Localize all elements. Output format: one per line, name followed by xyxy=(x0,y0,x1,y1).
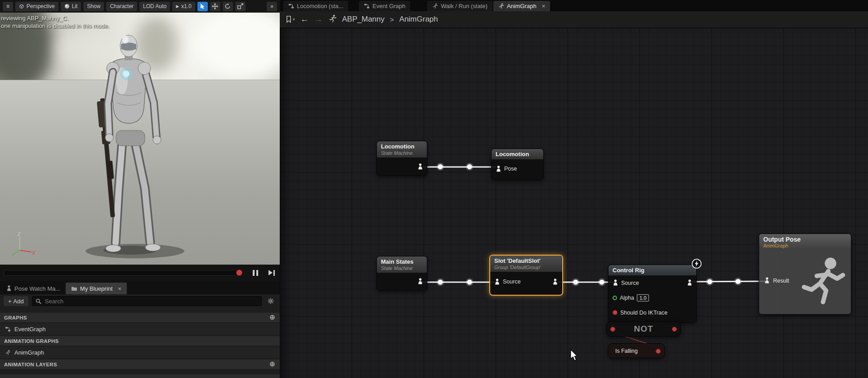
pin-label-iktrace: Should Do IKTrace xyxy=(620,310,667,316)
transport-bar xyxy=(0,265,280,281)
toolbar-overflow-button[interactable]: » xyxy=(267,2,277,11)
overlay-line-2: one manipulation is disabled in this mod… xyxy=(1,22,109,30)
add-layer-icon[interactable]: ⊕ xyxy=(269,360,275,368)
search-input[interactable] xyxy=(44,297,258,305)
show-button[interactable]: Show xyxy=(83,2,104,11)
node-title: Control Rig xyxy=(613,267,692,274)
search-box xyxy=(32,296,262,306)
alpha-value-input[interactable]: 1.0 xyxy=(637,294,649,302)
tab-locomotion-state[interactable]: Locomotion (sta... xyxy=(283,1,348,11)
gizmo-x-label: X xyxy=(32,250,36,256)
anim-graph-icon xyxy=(5,350,11,356)
caret-down-icon: ▾ xyxy=(293,17,295,22)
sidebar-item-eventgraph[interactable]: EventGraph xyxy=(0,324,280,335)
not-output-pin[interactable] xyxy=(672,327,677,332)
pose-pin-icon[interactable] xyxy=(687,279,693,286)
iktrace-pin[interactable] xyxy=(613,310,617,315)
pose-pin-icon[interactable] xyxy=(496,166,501,172)
breadcrumb-current[interactable]: AnimGraph xyxy=(399,15,438,24)
lightning-icon xyxy=(694,261,699,267)
nav-forward-button[interactable]: → xyxy=(314,14,323,24)
rotate-icon xyxy=(224,3,231,9)
pose-pin-icon[interactable] xyxy=(417,163,423,170)
my-blueprint-toolbar: + Add xyxy=(0,294,280,308)
node-slot-defaultslot[interactable]: Slot 'DefaultSlot' Group 'DefaultGroup' … xyxy=(489,255,563,296)
section-animation-graphs[interactable]: ANIMATION GRAPHS xyxy=(0,336,280,346)
graph-canvas[interactable]: Locomotion State Machine Locomotion Pose xyxy=(280,28,868,378)
lit-sphere-icon xyxy=(64,4,70,9)
node-subtitle: State Machine xyxy=(381,150,423,156)
rotate-tool-button[interactable] xyxy=(223,2,233,11)
pose-pin-icon[interactable] xyxy=(764,277,770,284)
state-icon xyxy=(432,3,438,9)
preview-viewport[interactable]: reviewing ABP_Manny_C. one manipulation … xyxy=(0,13,280,265)
breadcrumb-bar: ▾ ← → ABP_Manny > AnimGraph xyxy=(280,11,868,28)
pose-pin-icon[interactable] xyxy=(494,279,500,285)
move-tool-button[interactable] xyxy=(210,2,220,11)
alpha-pin[interactable] xyxy=(613,296,617,300)
node-title: Output Pose xyxy=(763,236,847,243)
close-icon[interactable]: × xyxy=(542,3,546,9)
graph-document-tabs: Locomotion (sta... Event Graph Walk / Ru… xyxy=(280,0,868,11)
add-graph-icon[interactable]: ⊕ xyxy=(269,313,275,321)
pin-label-source: Source xyxy=(621,280,639,286)
left-panel: ≡ Perspective Lit Show Character LOD Aut… xyxy=(0,0,280,378)
node-output-pose[interactable]: Output Pose AnimGraph Result xyxy=(759,234,851,315)
node-title: NOT xyxy=(634,324,653,334)
timeline-scrub-track[interactable] xyxy=(4,270,238,276)
node-is-falling[interactable]: Is Falling xyxy=(608,343,665,358)
pause-button[interactable] xyxy=(250,267,261,278)
node-control-rig[interactable]: Control Rig Source Alpha 1.0 Should Do xyxy=(608,265,697,323)
close-icon[interactable]: × xyxy=(118,285,121,292)
step-forward-button[interactable] xyxy=(266,267,277,278)
pose-pin-icon[interactable] xyxy=(417,278,423,285)
scale-icon xyxy=(237,3,243,9)
node-subtitle: AnimGraph xyxy=(763,243,847,249)
graph-wires xyxy=(280,28,868,378)
select-tool-button[interactable] xyxy=(197,2,208,11)
gizmo-z-label: Z xyxy=(18,231,21,237)
tab-animgraph[interactable]: AnimGraph × xyxy=(493,1,550,11)
breadcrumb-root[interactable]: ABP_Manny xyxy=(342,15,385,24)
preview-character xyxy=(0,13,280,265)
perspective-button[interactable]: Perspective xyxy=(15,2,58,11)
gear-icon xyxy=(268,298,274,304)
settings-gear-button[interactable] xyxy=(265,296,276,306)
sidebar-item-animgraph[interactable]: AnimGraph xyxy=(0,347,280,358)
is-falling-output-pin[interactable] xyxy=(656,349,661,354)
node-locomotion-statemachine[interactable]: Locomotion State Machine xyxy=(376,141,427,176)
lod-button[interactable]: LOD Auto xyxy=(139,2,170,11)
tab-pose-watch[interactable]: Pose Watch Ma... xyxy=(1,283,66,294)
tab-event-graph[interactable]: Event Graph xyxy=(359,1,410,11)
section-graphs[interactable]: GRAPHS ⊕ xyxy=(0,313,280,322)
pose-pin-icon[interactable] xyxy=(552,279,558,285)
bookmark-button[interactable]: ▾ xyxy=(286,16,295,23)
node-title: Main States xyxy=(381,258,423,266)
viewport-overlay-text: reviewing ABP_Manny_C. one manipulation … xyxy=(1,14,109,30)
scale-tool-button[interactable] xyxy=(235,2,246,11)
nav-back-button[interactable]: ← xyxy=(300,14,309,24)
play-icon: ▶ xyxy=(176,4,179,9)
animgraph-icon xyxy=(498,3,504,9)
node-main-states[interactable]: Main States State Machine xyxy=(376,256,427,291)
folder-icon xyxy=(71,286,77,291)
node-locomotion-pose[interactable]: Locomotion Pose xyxy=(491,148,544,180)
section-animation-layers[interactable]: ANIMATION LAYERS ⊕ xyxy=(0,360,280,369)
overlay-line-1: reviewing ABP_Manny_C. xyxy=(1,14,109,22)
cursor-icon xyxy=(200,3,205,9)
plus-icon: + xyxy=(8,298,12,305)
playback-speed-button[interactable]: ▶ x1.0 xyxy=(172,2,195,11)
move-icon xyxy=(212,3,218,9)
pose-pin-icon[interactable] xyxy=(613,279,618,286)
node-not[interactable]: NOT xyxy=(606,321,681,337)
not-input-pin[interactable] xyxy=(610,327,615,332)
tab-my-blueprint[interactable]: My Blueprint × xyxy=(66,283,127,294)
character-button[interactable]: Character xyxy=(106,2,137,11)
runner-icon xyxy=(328,14,337,25)
viewport-menu-button[interactable]: ≡ xyxy=(3,2,13,11)
tab-walk-run-state[interactable]: Walk / Run (state) xyxy=(427,1,492,11)
lit-button[interactable]: Lit xyxy=(61,2,81,11)
record-button[interactable] xyxy=(234,267,245,278)
pin-label-source: Source xyxy=(503,279,521,285)
add-button[interactable]: + Add xyxy=(4,296,28,306)
